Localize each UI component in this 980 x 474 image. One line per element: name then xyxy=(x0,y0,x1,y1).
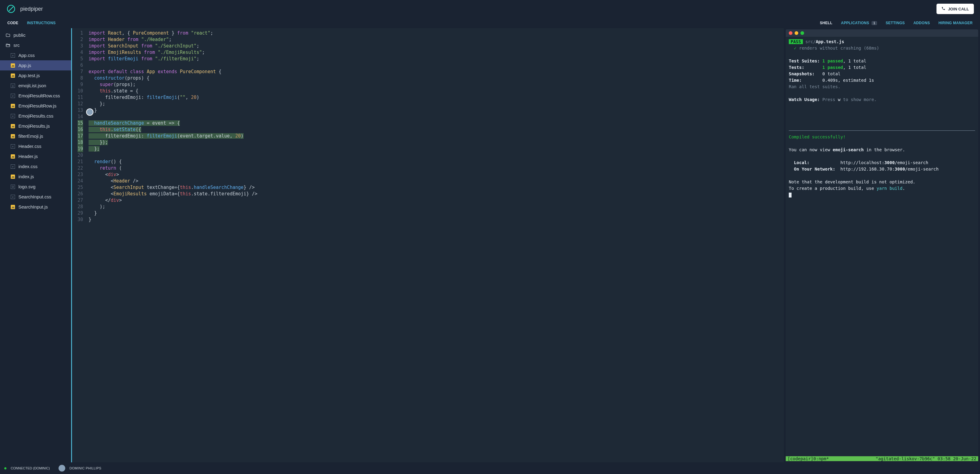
tabs-row: CODEINSTRUCTIONS SHELLAPPLICATIONS1SETTI… xyxy=(0,18,980,28)
file-tree[interactable]: publicsrc#App.cssJSApp.jsJSApp.test.js{}… xyxy=(0,28,71,462)
file-tree-item[interactable]: JSfilterEmoji.js xyxy=(0,131,71,141)
file-tree-item[interactable]: JSEmojiResultRow.js xyxy=(0,101,71,111)
file-tree-item[interactable]: JSApp.js xyxy=(0,60,71,70)
file-tree-item[interactable]: #index.css xyxy=(0,162,71,171)
window-close-icon[interactable] xyxy=(789,31,792,35)
file-name: EmojiResultRow.js xyxy=(18,103,56,108)
svg-text:#: # xyxy=(12,165,13,168)
file-name: public xyxy=(13,32,25,38)
js-icon: JS xyxy=(10,134,15,139)
file-tree-item[interactable]: {}emojiList.json xyxy=(0,81,71,90)
tab-shell[interactable]: SHELL xyxy=(815,18,837,28)
code-line[interactable] xyxy=(86,152,784,159)
code-line[interactable]: <EmojiResults emojiData={this.state.filt… xyxy=(86,191,784,197)
code-line[interactable] xyxy=(86,62,784,68)
editor-content[interactable]: import React, { PureComponent } from "re… xyxy=(86,28,784,462)
terminal-cursor xyxy=(789,193,792,198)
tab-addons[interactable]: ADDONS xyxy=(909,18,934,28)
file-name: index.css xyxy=(18,164,38,169)
code-line[interactable]: </div> xyxy=(86,197,784,204)
editor-gutter: 1234567891011121314151617181920212223242… xyxy=(72,28,86,462)
code-editor[interactable]: 1234567891011121314151617181920212223242… xyxy=(71,28,784,462)
user-name: DOMINIC PHILLIPS xyxy=(70,466,102,470)
svg-text:JS: JS xyxy=(11,206,14,209)
file-tree-item[interactable]: src xyxy=(0,40,71,50)
js-icon: JS xyxy=(10,124,15,128)
tab-instructions[interactable]: INSTRUCTIONS xyxy=(23,18,60,28)
code-line[interactable]: }; xyxy=(86,146,784,152)
svg-text:JS: JS xyxy=(11,105,14,108)
code-line[interactable]: <div> xyxy=(86,171,784,178)
code-line[interactable]: ); xyxy=(86,204,784,210)
tab-hiring-manager[interactable]: HIRING MANAGER xyxy=(934,18,977,28)
file-tree-item[interactable]: JSSearchInput.js xyxy=(0,202,71,212)
code-line[interactable]: return ( xyxy=(86,165,784,171)
code-line[interactable]: render() { xyxy=(86,159,784,165)
code-line[interactable]: <SearchInput textChange={this.handleSear… xyxy=(86,184,784,191)
code-line[interactable]: import React, { PureComponent } from "re… xyxy=(86,30,784,36)
code-line[interactable]: }); xyxy=(86,140,784,146)
code-line[interactable]: } xyxy=(86,210,784,217)
connection-status: CONNECTED (DOMINIC) xyxy=(11,466,50,470)
svg-text:#: # xyxy=(12,145,13,147)
file-tree-item[interactable]: #EmojiResultRow.css xyxy=(0,90,71,101)
code-line[interactable]: super(props); xyxy=(86,81,784,88)
logo-icon xyxy=(6,4,16,14)
code-line[interactable]: this.state = { xyxy=(86,88,784,94)
window-maximize-icon[interactable] xyxy=(800,31,804,35)
file-name: Header.js xyxy=(18,154,38,159)
window-minimize-icon[interactable] xyxy=(795,31,798,35)
code-line[interactable]: import Header from "./Header"; xyxy=(86,36,784,43)
code-line[interactable]: } xyxy=(86,107,784,114)
css-icon: # xyxy=(10,195,15,199)
code-line[interactable]: handleSearchChange = event => { xyxy=(86,120,784,127)
file-tree-item[interactable]: #App.css xyxy=(0,50,71,60)
code-line[interactable]: export default class App extends PureCom… xyxy=(86,68,784,75)
code-line[interactable]: constructor(props) { xyxy=(86,75,784,81)
code-line[interactable]: }; xyxy=(86,101,784,107)
file-name: App.css xyxy=(18,53,35,58)
code-line[interactable]: import EmojiResults from "./EmojiResults… xyxy=(86,49,784,56)
svg-text:#: # xyxy=(12,54,13,56)
phone-icon xyxy=(942,6,945,11)
code-line[interactable]: <Header /> xyxy=(86,178,784,184)
file-tree-item[interactable]: #Header.css xyxy=(0,141,71,151)
collaborator-avatar[interactable] xyxy=(86,108,94,116)
tab-badge: 1 xyxy=(872,21,877,25)
tab-applications[interactable]: APPLICATIONS1 xyxy=(837,18,881,28)
code-line[interactable]: import SearchInput from "./SearchInput"; xyxy=(86,43,784,49)
code-line[interactable]: import filterEmoji from "./filterEmoji"; xyxy=(86,56,784,62)
file-tree-item[interactable]: #SearchInput.css xyxy=(0,192,71,202)
project-name: piedpiper xyxy=(20,6,43,12)
code-line[interactable]: filteredEmoji: filterEmoji(event.target.… xyxy=(86,133,784,140)
terminal-status-bar: [codepair]0:npm* "agitated-liskov-7b96c"… xyxy=(786,456,978,461)
svg-icon xyxy=(10,184,15,189)
join-call-button[interactable]: JOIN CALL xyxy=(937,4,974,14)
js-icon: JS xyxy=(10,154,15,159)
tab-code[interactable]: CODE xyxy=(3,18,23,28)
code-line[interactable]: this.setState({ xyxy=(86,127,784,133)
code-line[interactable]: filteredEmoji: filterEmoji("", 20) xyxy=(86,94,784,101)
file-tree-item[interactable]: JSApp.test.js xyxy=(0,70,71,81)
terminal-body[interactable]: PASS src/App.test.js ✓ renders without c… xyxy=(786,37,978,456)
file-tree-item[interactable]: JSHeader.js xyxy=(0,151,71,162)
tab-settings[interactable]: SETTINGS xyxy=(881,18,909,28)
file-tree-item[interactable]: #EmojiResults.css xyxy=(0,111,71,121)
file-tree-item[interactable]: logo.svg xyxy=(0,182,71,192)
file-name: App.test.js xyxy=(18,73,40,78)
terminal-titlebar xyxy=(786,29,978,37)
svg-line-1 xyxy=(9,7,13,11)
file-tree-item[interactable]: public xyxy=(0,30,71,40)
file-name: App.js xyxy=(18,63,31,68)
svg-text:{}: {} xyxy=(12,84,14,87)
file-name: SearchInput.js xyxy=(18,204,48,209)
terminal[interactable]: PASS src/App.test.js ✓ renders without c… xyxy=(786,29,978,461)
user-avatar[interactable] xyxy=(59,465,65,472)
file-tree-item[interactable]: JSindex.js xyxy=(0,171,71,182)
css-icon: # xyxy=(10,164,15,169)
code-line[interactable]: } xyxy=(86,217,784,223)
code-line[interactable] xyxy=(86,114,784,120)
svg-text:JS: JS xyxy=(11,125,14,128)
file-tree-item[interactable]: JSEmojiResults.js xyxy=(0,121,71,131)
file-name: EmojiResults.css xyxy=(18,113,53,119)
